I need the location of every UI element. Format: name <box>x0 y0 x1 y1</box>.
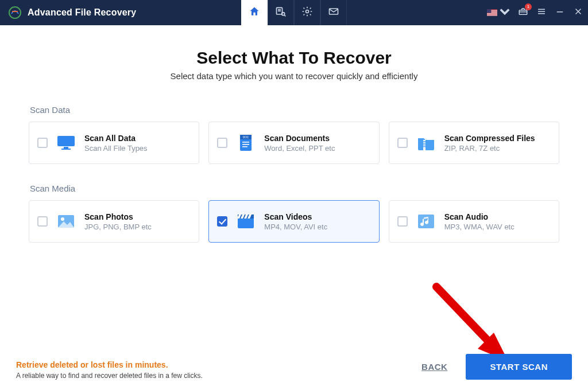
main-content: Select What To Recover Select data type … <box>0 25 588 243</box>
mail-icon <box>328 6 339 20</box>
checkbox-scan-all[interactable] <box>37 138 48 148</box>
card-title: Scan Documents <box>264 134 335 143</box>
checkbox-scan-documents[interactable] <box>217 138 227 148</box>
start-scan-button[interactable]: START SCAN <box>466 354 572 380</box>
card-title: Scan Photos <box>84 212 152 221</box>
close-button[interactable] <box>573 7 583 18</box>
svg-rect-31 <box>242 146 247 147</box>
toolbox-badge: 1 <box>525 3 532 10</box>
card-scan-audio[interactable]: Scan Audio MP3, WMA, WAV etc <box>389 200 559 243</box>
chevron-down-icon <box>500 6 510 19</box>
section-label-data: Scan Data <box>30 105 559 115</box>
zip-folder-icon <box>415 131 438 154</box>
promo-block: Retrieve deleted or lost files in minute… <box>16 360 203 380</box>
checkbox-scan-videos[interactable] <box>217 216 227 227</box>
svg-rect-35 <box>423 145 425 145</box>
app-logo-icon <box>8 6 22 20</box>
document-icon: DOC <box>234 131 257 154</box>
page-title: Select What To Recover <box>29 48 559 68</box>
svg-rect-30 <box>242 144 249 145</box>
svg-text:DOC: DOC <box>243 136 249 139</box>
svg-rect-29 <box>242 142 249 143</box>
titlebar: Advanced File Recovery <box>0 0 588 25</box>
card-scan-photos[interactable]: Scan Photos JPG, PNG, BMP etc <box>29 200 199 243</box>
svg-rect-34 <box>423 143 425 143</box>
svg-rect-24 <box>64 147 68 149</box>
svg-rect-25 <box>61 149 71 150</box>
svg-rect-12 <box>487 13 497 14</box>
close-icon <box>573 6 583 19</box>
svg-rect-15 <box>487 9 491 13</box>
hamburger-icon <box>536 6 547 19</box>
svg-point-0 <box>9 7 21 18</box>
flag-us-icon <box>487 7 497 18</box>
media-grid: Scan Photos JPG, PNG, BMP etc Scan Video… <box>29 200 559 243</box>
center-tabs <box>241 0 347 25</box>
promo-sub: A reliable way to find and recover delet… <box>16 372 203 380</box>
card-title: Scan Audio <box>444 212 514 221</box>
card-sub: Word, Excel, PPT etc <box>264 144 335 153</box>
music-note-icon <box>415 210 438 233</box>
section-label-media: Scan Media <box>30 184 559 193</box>
page-subtitle: Select data type which you want to recov… <box>29 71 559 81</box>
svg-rect-33 <box>423 141 425 142</box>
home-icon <box>249 6 260 20</box>
checkbox-scan-audio[interactable] <box>397 216 408 227</box>
svg-line-5 <box>284 15 285 16</box>
footer-actions: BACK START SCAN <box>421 354 572 380</box>
app-title: Advanced File Recovery <box>28 7 136 18</box>
checkbox-scan-photos[interactable] <box>37 216 48 227</box>
svg-line-46 <box>436 287 497 350</box>
card-scan-compressed[interactable]: Scan Compressed Files ZIP, RAR, 7Z etc <box>389 122 559 164</box>
card-sub: MP4, MOV, AVI etc <box>264 223 327 231</box>
card-title: Scan Compressed Files <box>444 134 535 143</box>
svg-rect-13 <box>487 14 497 15</box>
svg-point-38 <box>61 217 64 221</box>
minimize-button[interactable] <box>555 7 565 18</box>
photo-icon <box>55 210 78 233</box>
language-selector[interactable] <box>487 6 510 19</box>
data-grid: Scan All Data Scan All File Types DOC Sc… <box>29 122 559 164</box>
footer: Retrieve deleted or lost files in minute… <box>0 354 588 390</box>
toolbox-button[interactable]: 1 <box>518 6 528 19</box>
gear-icon <box>301 6 313 20</box>
card-sub: MP3, WMA, WAV etc <box>444 223 514 231</box>
svg-rect-14 <box>487 15 497 16</box>
monitor-icon <box>55 131 78 154</box>
svg-rect-36 <box>423 146 425 147</box>
tab-settings[interactable] <box>294 0 320 25</box>
svg-point-4 <box>282 13 285 15</box>
svg-rect-23 <box>57 136 75 146</box>
checkbox-scan-compressed[interactable] <box>397 138 408 148</box>
tab-feedback[interactable] <box>320 0 347 25</box>
card-sub: ZIP, RAR, 7Z etc <box>444 144 535 153</box>
window-tools: 1 <box>487 0 583 25</box>
card-title: Scan All Data <box>84 134 148 143</box>
tab-home[interactable] <box>241 0 268 25</box>
svg-point-6 <box>306 10 309 13</box>
minimize-icon <box>555 6 565 19</box>
card-title: Scan Videos <box>264 212 327 221</box>
svg-rect-39 <box>238 218 254 228</box>
promo-title: Retrieve deleted or lost files in minute… <box>16 360 203 369</box>
card-sub: Scan All File Types <box>84 144 148 153</box>
menu-button[interactable] <box>536 7 547 18</box>
back-button[interactable]: BACK <box>421 362 447 372</box>
tab-scan-detail[interactable] <box>268 0 294 25</box>
video-clapper-icon <box>234 210 257 233</box>
card-sub: JPG, PNG, BMP etc <box>84 223 152 231</box>
card-scan-videos[interactable]: Scan Videos MP4, MOV, AVI etc <box>208 200 379 243</box>
card-scan-documents[interactable]: DOC Scan Documents Word, Excel, PPT etc <box>208 122 379 164</box>
card-scan-all[interactable]: Scan All Data Scan All File Types <box>29 122 199 164</box>
list-search-icon <box>275 6 287 20</box>
